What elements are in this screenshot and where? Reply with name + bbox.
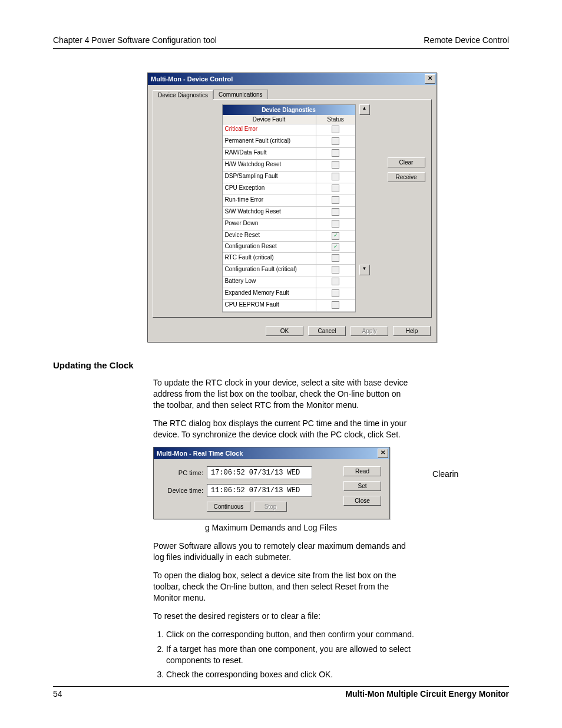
dialog-buttons: OK Cancel Apply Help xyxy=(148,322,437,342)
device-time-label: Device time: xyxy=(162,487,207,494)
fault-label: DSP/Sampling Fault xyxy=(223,172,316,183)
paragraph: Power Software allows you to remotely cl… xyxy=(153,541,412,563)
tab-communications[interactable]: Communications xyxy=(213,90,267,99)
receive-button[interactable]: Receive xyxy=(388,172,425,182)
status-cell xyxy=(316,207,355,218)
status-cell xyxy=(316,288,355,299)
table-row: RTC Fault (critical) xyxy=(223,253,355,265)
status-cell xyxy=(316,300,355,311)
checkbox[interactable]: ✓ xyxy=(332,243,339,251)
fault-label: RAM/Data Fault xyxy=(223,148,316,159)
apply-button[interactable]: Apply xyxy=(351,326,388,336)
col-device-fault: Device Fault xyxy=(223,115,316,124)
fault-label: H/W Watchdog Reset xyxy=(223,160,316,171)
pc-time-label: PC time: xyxy=(162,469,207,476)
fault-label: Battery Low xyxy=(223,276,316,288)
status-cell xyxy=(316,172,355,183)
titlebar: Multi-Mon - Real Time Clock ✕ xyxy=(154,447,389,459)
scroll-up-icon[interactable]: ▲ xyxy=(359,104,370,115)
checkbox[interactable] xyxy=(332,173,339,180)
page-header: Chapter 4 Power Software Configuration t… xyxy=(53,35,509,49)
status-cell xyxy=(316,276,355,288)
product-name: Multi-Mon Multiple Circuit Energy Monito… xyxy=(345,689,509,699)
checkbox[interactable] xyxy=(332,149,339,157)
status-cell xyxy=(316,148,355,159)
table-row: CPU EEPROM Fault xyxy=(223,300,355,312)
checkbox[interactable] xyxy=(332,266,339,274)
close-icon[interactable]: ✕ xyxy=(378,449,388,458)
close-button[interactable]: Close xyxy=(343,496,381,506)
status-cell xyxy=(316,124,355,136)
table-row: S/W Watchdog Reset xyxy=(223,207,355,219)
checkbox[interactable] xyxy=(332,278,339,285)
continuous-button[interactable]: Continuous xyxy=(207,502,250,512)
checkbox[interactable] xyxy=(332,185,339,192)
checkbox[interactable]: ✓ xyxy=(332,232,339,240)
diagnostics-table: Device Diagnostics Device Fault Status C… xyxy=(222,104,356,312)
titlebar: Multi-Mon - Device Control ✕ xyxy=(148,73,437,85)
status-cell xyxy=(316,195,355,206)
close-icon[interactable]: ✕ xyxy=(425,74,435,84)
dialog-title: Multi-Mon - Real Time Clock xyxy=(157,450,243,457)
table-column-row: Device Fault Status xyxy=(223,115,355,124)
fault-label: Device Reset xyxy=(223,230,316,241)
checkbox[interactable] xyxy=(332,126,339,133)
list-item: Click on the corresponding button, and t… xyxy=(166,629,425,640)
status-cell xyxy=(316,160,355,171)
paragraph: The RTC dialog box displays the current … xyxy=(153,418,412,440)
checkbox[interactable] xyxy=(332,289,339,297)
pc-time-field: 17:06:52 07/31/13 WED xyxy=(207,466,312,479)
checkbox[interactable] xyxy=(332,137,339,145)
device-time-field: 11:06:52 07/31/13 WED xyxy=(207,484,312,497)
fault-label: S/W Watchdog Reset xyxy=(223,207,316,218)
table-header: Device Diagnostics xyxy=(223,105,355,115)
table-row: CPU Exception xyxy=(223,183,355,195)
fault-label: Configuration Reset xyxy=(223,242,316,252)
fault-label: Configuration Fault (critical) xyxy=(223,265,316,276)
table-row: Battery Low xyxy=(223,276,355,288)
rtc-dialog: Multi-Mon - Real Time Clock ✕ PC time: 1… xyxy=(153,447,390,519)
scroll-down-icon[interactable]: ▼ xyxy=(359,265,370,275)
tab-device-diagnostics[interactable]: Device Diagnostics xyxy=(153,90,213,100)
checkbox[interactable] xyxy=(332,220,339,228)
set-button[interactable]: Set xyxy=(343,481,381,491)
stop-button[interactable]: Stop xyxy=(254,502,287,512)
table-row: Expanded Memory Fault xyxy=(223,288,355,300)
checkbox[interactable] xyxy=(332,254,339,262)
table-row: Permanent Fault (critical) xyxy=(223,136,355,148)
fault-label: Permanent Fault (critical) xyxy=(223,136,316,147)
clear-button[interactable]: Clear xyxy=(388,157,425,167)
fault-label: CPU EEPROM Fault xyxy=(223,300,316,311)
table-row: Power Down xyxy=(223,219,355,230)
table-row: DSP/Sampling Fault xyxy=(223,172,355,183)
status-cell xyxy=(316,183,355,195)
tab-panel: Device Diagnostics Device Fault Status C… xyxy=(153,99,432,318)
status-cell xyxy=(316,265,355,276)
cancel-button[interactable]: Cancel xyxy=(308,326,346,336)
checkbox[interactable] xyxy=(332,301,339,309)
help-button[interactable]: Help xyxy=(393,326,431,336)
ok-button[interactable]: OK xyxy=(266,326,303,336)
checkbox[interactable] xyxy=(332,161,339,169)
fault-label: Critical Error xyxy=(223,124,316,136)
fault-label: CPU Exception xyxy=(223,183,316,195)
page-footer: 54 Multi-Mon Multiple Circuit Energy Mon… xyxy=(53,686,509,699)
tabs: Device Diagnostics Communications xyxy=(148,85,437,99)
list-item: If a target has more than one component,… xyxy=(166,644,425,666)
checkbox[interactable] xyxy=(332,196,339,204)
status-cell xyxy=(316,253,355,264)
table-row: Configuration Reset✓ xyxy=(223,242,355,253)
fault-label: Expanded Memory Fault xyxy=(223,288,316,299)
read-button[interactable]: Read xyxy=(343,466,381,476)
checkbox[interactable] xyxy=(332,208,339,216)
scrollbar[interactable]: ▲ ▼ xyxy=(359,104,369,275)
paragraph: To open the dialog box, select a device … xyxy=(153,570,412,604)
header-left: Chapter 4 Power Software Configuration t… xyxy=(53,35,217,45)
paragraph: To update the RTC clock in your device, … xyxy=(153,377,412,411)
steps-list: Click on the corresponding button, and t… xyxy=(153,629,425,681)
page-number: 54 xyxy=(53,689,62,699)
fault-label: RTC Fault (critical) xyxy=(223,253,316,264)
header-right: Remote Device Control xyxy=(424,35,509,45)
caption: g Maximum Demands and Log Files xyxy=(153,523,389,532)
col-status: Status xyxy=(316,115,355,124)
